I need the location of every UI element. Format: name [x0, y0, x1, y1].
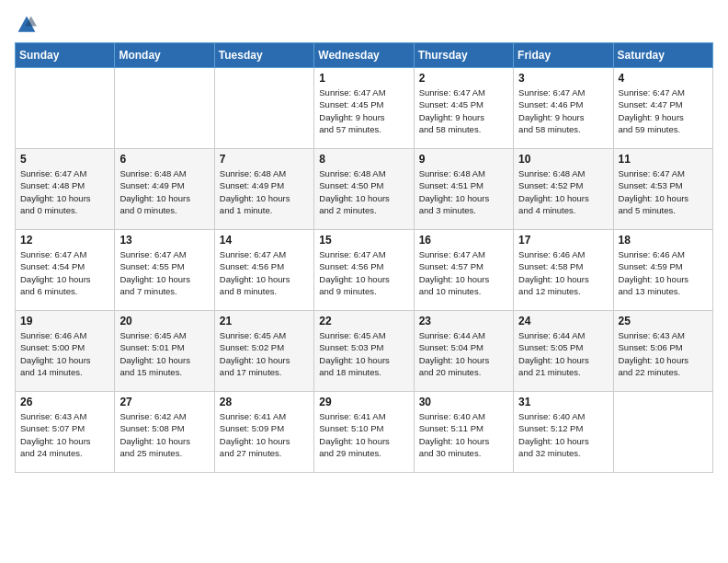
- calendar-cell: 6Sunrise: 6:48 AMSunset: 4:49 PMDaylight…: [115, 149, 214, 230]
- day-info: Sunrise: 6:47 AMSunset: 4:46 PMDaylight:…: [518, 86, 608, 135]
- daylight-text: Daylight: 10 hours: [518, 193, 589, 203]
- day-number: 3: [518, 72, 608, 85]
- daylight-text: Daylight: 10 hours: [619, 193, 689, 203]
- col-friday: Friday: [514, 43, 613, 68]
- daylight-text: and 13 minutes.: [619, 286, 681, 296]
- day-info: Sunrise: 6:44 AMSunset: 5:05 PMDaylight:…: [518, 329, 608, 378]
- col-monday: Monday: [115, 43, 214, 68]
- sunset-text: Sunset: 5:04 PM: [419, 342, 483, 352]
- daylight-text: Daylight: 10 hours: [220, 193, 290, 203]
- col-sunday: Sunday: [16, 43, 115, 68]
- sunset-text: Sunset: 5:03 PM: [319, 342, 383, 352]
- daylight-text: Daylight: 10 hours: [20, 274, 91, 284]
- calendar-cell: 19Sunrise: 6:46 AMSunset: 5:00 PMDayligh…: [16, 311, 115, 392]
- daylight-text: and 15 minutes.: [119, 367, 182, 377]
- day-info: Sunrise: 6:47 AMSunset: 4:47 PMDaylight:…: [619, 86, 708, 135]
- daylight-text: and 4 minutes.: [518, 205, 575, 215]
- calendar-cell: 10Sunrise: 6:48 AMSunset: 4:52 PMDayligh…: [514, 149, 613, 230]
- col-saturday: Saturday: [613, 43, 712, 68]
- sunrise-text: Sunrise: 6:41 AM: [220, 411, 286, 421]
- sunrise-text: Sunrise: 6:43 AM: [619, 330, 685, 340]
- daylight-text: Daylight: 9 hours: [419, 112, 484, 122]
- calendar-cell: 25Sunrise: 6:43 AMSunset: 5:06 PMDayligh…: [613, 311, 712, 392]
- day-info: Sunrise: 6:41 AMSunset: 5:10 PMDaylight:…: [319, 410, 408, 459]
- calendar-cell: 28Sunrise: 6:41 AMSunset: 5:09 PMDayligh…: [214, 392, 313, 473]
- day-info: Sunrise: 6:47 AMSunset: 4:57 PMDaylight:…: [419, 248, 508, 297]
- calendar-cell: 20Sunrise: 6:45 AMSunset: 5:01 PMDayligh…: [115, 311, 214, 392]
- sunset-text: Sunset: 4:48 PM: [20, 180, 85, 190]
- day-number: 11: [619, 153, 708, 166]
- calendar-cell: 16Sunrise: 6:47 AMSunset: 4:57 PMDayligh…: [414, 230, 513, 311]
- day-number: 15: [319, 234, 408, 247]
- sunset-text: Sunset: 4:59 PM: [619, 261, 683, 271]
- sunset-text: Sunset: 4:57 PM: [419, 261, 483, 271]
- day-number: 4: [619, 72, 708, 85]
- sunset-text: Sunset: 4:46 PM: [518, 99, 583, 109]
- daylight-text: and 0 minutes.: [119, 205, 176, 215]
- day-info: Sunrise: 6:47 AMSunset: 4:53 PMDaylight:…: [619, 167, 708, 216]
- calendar-cell: 2Sunrise: 6:47 AMSunset: 4:45 PMDaylight…: [414, 68, 513, 149]
- sunset-text: Sunset: 5:07 PM: [20, 423, 85, 433]
- day-info: Sunrise: 6:47 AMSunset: 4:48 PMDaylight:…: [20, 167, 109, 216]
- calendar-cell: 13Sunrise: 6:47 AMSunset: 4:55 PMDayligh…: [115, 230, 214, 311]
- calendar-week-row: 1Sunrise: 6:47 AMSunset: 4:45 PMDaylight…: [16, 68, 713, 149]
- day-info: Sunrise: 6:47 AMSunset: 4:54 PMDaylight:…: [20, 248, 109, 297]
- day-info: Sunrise: 6:47 AMSunset: 4:45 PMDaylight:…: [319, 86, 408, 135]
- calendar-cell: 31Sunrise: 6:40 AMSunset: 5:12 PMDayligh…: [514, 392, 613, 473]
- daylight-text: Daylight: 10 hours: [20, 355, 91, 365]
- daylight-text: and 24 minutes.: [20, 448, 83, 458]
- daylight-text: and 1 minute.: [220, 205, 273, 215]
- day-number: 13: [119, 234, 209, 247]
- day-number: 17: [518, 234, 608, 247]
- day-number: 26: [20, 396, 109, 408]
- calendar-cell: [115, 68, 214, 149]
- day-info: Sunrise: 6:47 AMSunset: 4:55 PMDaylight:…: [119, 248, 209, 297]
- daylight-text: Daylight: 10 hours: [119, 193, 190, 203]
- col-tuesday: Tuesday: [214, 43, 313, 68]
- sunrise-text: Sunrise: 6:47 AM: [619, 168, 685, 178]
- logo-icon: [17, 15, 37, 35]
- col-thursday: Thursday: [414, 43, 513, 68]
- day-info: Sunrise: 6:47 AMSunset: 4:56 PMDaylight:…: [220, 248, 309, 297]
- calendar-week-row: 26Sunrise: 6:43 AMSunset: 5:07 PMDayligh…: [16, 392, 713, 473]
- calendar-cell: 14Sunrise: 6:47 AMSunset: 4:56 PMDayligh…: [214, 230, 313, 311]
- day-number: 5: [20, 153, 109, 166]
- calendar-cell: 17Sunrise: 6:46 AMSunset: 4:58 PMDayligh…: [514, 230, 613, 311]
- day-number: 18: [619, 234, 708, 247]
- daylight-text: and 20 minutes.: [419, 367, 482, 377]
- daylight-text: Daylight: 10 hours: [619, 274, 689, 284]
- day-info: Sunrise: 6:48 AMSunset: 4:49 PMDaylight:…: [220, 167, 309, 216]
- sunrise-text: Sunrise: 6:43 AM: [20, 411, 86, 421]
- day-number: 9: [419, 153, 508, 166]
- day-number: 20: [119, 315, 209, 327]
- daylight-text: Daylight: 10 hours: [319, 274, 390, 284]
- daylight-text: and 18 minutes.: [319, 367, 381, 377]
- daylight-text: Daylight: 10 hours: [220, 355, 290, 365]
- sunset-text: Sunset: 5:10 PM: [319, 423, 383, 433]
- calendar-cell: 11Sunrise: 6:47 AMSunset: 4:53 PMDayligh…: [613, 149, 712, 230]
- page-header: [15, 15, 713, 35]
- day-info: Sunrise: 6:48 AMSunset: 4:49 PMDaylight:…: [119, 167, 209, 216]
- sunrise-text: Sunrise: 6:48 AM: [119, 168, 186, 178]
- day-number: 22: [319, 315, 408, 327]
- sunrise-text: Sunrise: 6:47 AM: [319, 87, 385, 98]
- calendar-cell: 9Sunrise: 6:48 AMSunset: 4:51 PMDaylight…: [414, 149, 513, 230]
- sunset-text: Sunset: 4:56 PM: [220, 261, 284, 271]
- sunset-text: Sunset: 4:49 PM: [119, 180, 184, 190]
- day-number: 10: [518, 153, 608, 166]
- calendar-cell: 5Sunrise: 6:47 AMSunset: 4:48 PMDaylight…: [16, 149, 115, 230]
- page-container: Sunday Monday Tuesday Wednesday Thursday…: [0, 0, 728, 482]
- sunrise-text: Sunrise: 6:48 AM: [319, 168, 385, 178]
- sunrise-text: Sunrise: 6:48 AM: [518, 168, 585, 178]
- logo-text-block: [15, 15, 39, 35]
- calendar-week-row: 12Sunrise: 6:47 AMSunset: 4:54 PMDayligh…: [16, 230, 713, 311]
- daylight-text: and 10 minutes.: [419, 286, 482, 296]
- day-info: Sunrise: 6:44 AMSunset: 5:04 PMDaylight:…: [419, 329, 508, 378]
- daylight-text: Daylight: 10 hours: [619, 355, 689, 365]
- sunset-text: Sunset: 4:56 PM: [319, 261, 383, 271]
- sunrise-text: Sunrise: 6:47 AM: [419, 87, 485, 98]
- calendar-cell: [16, 68, 115, 149]
- day-number: 14: [220, 234, 309, 247]
- sunset-text: Sunset: 4:50 PM: [319, 180, 383, 190]
- daylight-text: Daylight: 10 hours: [119, 436, 190, 446]
